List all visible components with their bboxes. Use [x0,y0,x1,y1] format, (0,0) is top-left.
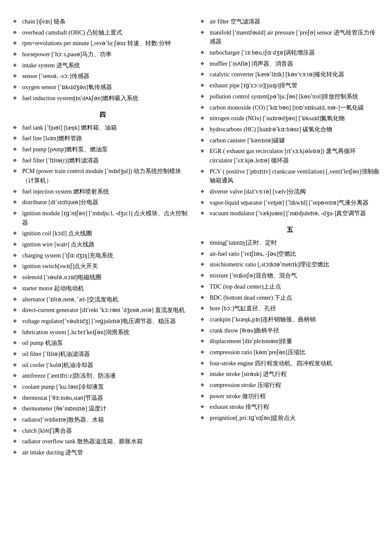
left-sec4-list: fuel tank [ˈfjuəl] [tæŋk] 燃料箱、油箱fuel lin… [13,123,192,457]
list-item: exhaust pipe [ɪɡˈzɔːst][paɪp]排气管 [200,81,379,90]
list-item: PCM (power train control module [ˈmɒdʒul… [13,167,192,185]
list-item: charging system [ˈtʃɑːdʒɪŋ]充电系统 [13,251,192,260]
list-item: thermostat [ˈθɜːməuˌstæt]节温器 [13,393,192,403]
list-item: voltage regulator[ˈvəultɪdʒ] [ˈreɡjuleɪt… [13,317,192,326]
list-item: oil filter [ˈfɪltə]机油滤清器 [13,350,192,359]
list-item: horsepower [ˈhɔːs,pauə]马力、功率 [13,50,192,59]
list-item: muffler [ˈmʌflə] 消声器、消音器 [200,59,379,69]
section5-heading: 五 [200,226,379,234]
list-item: coolant pump [ˈkuːlənt]冷却液泵 [13,382,192,392]
list-item: air filter 空气滤清器 [200,17,379,26]
list-item: manifold [ˈmænɪfəuld] air pressure [ˈpre… [200,28,379,46]
list-item: radiator[ˈreɪdieɪtə]散热器、水箱 [13,415,192,425]
list-item: catalytic converter [kætəˈlɪtɪk] [kənˈvɜ… [200,70,379,79]
list-item: compression ratio [kəmˈpreʃən]压缩比 [200,348,379,357]
list-item: BDC (bottom dead center) 下止点 [200,293,379,303]
list-item: bore [bɔː]气缸直径、孔径 [200,304,379,313]
list-item: ignition coil [kɔɪl] 点火线圈 [13,229,192,238]
page-layout: chain [tʃeɪn] 链条overhead camshaft (OHC) … [13,17,379,462]
list-item: carbon monoxide (CO) [ˈkɑːbən] [mɒˈnɒksa… [200,103,379,113]
list-item: vacuum modulator [ˈvækjuəm] [ˈmɒdjuleɪtə… [200,209,379,218]
list-item: displacement [dɪsˈpleɪsmənt]排量 [200,337,379,346]
list-item: diverter valve [daɪˈvɜːtə] [vælv]分流阀 [200,187,379,197]
list-item: fuel injection system 燃料喷射系统 [13,187,192,197]
list-item: PCV ( positive [ˈpɒzɪtɪv] crankcase vent… [200,167,379,185]
list-item: fuel filter [ˈfɪltə(r)]燃料滤清器 [13,156,192,165]
list-item: EGR ( exhaust gas recirculator [rɪˈsɜːkj… [200,147,379,165]
list-item: TDC (top dead center)上止点 [200,282,379,292]
list-item: direct-current generator [dɪˈrekt ˈkɔːrə… [13,306,192,315]
right-top-list: air filter 空气滤清器manifold [ˈmænɪfəuld] ai… [200,17,379,218]
list-item: stoichiometric ratio [ˌstɔɪkɪəˈmetrɪk]理论… [200,260,379,269]
list-item: four-stroke engine 四行程发动机、四冲程发动机 [200,359,379,368]
list-item: crankpin [ˈkræŋk,pɪn]连杆销轴颈、曲柄销 [200,315,379,324]
left-column: chain [tʃeɪn] 链条overhead camshaft (OHC) … [13,17,192,462]
list-item: fuel line [laɪm]燃料管路 [13,134,192,143]
list-item: hydrocarbons (HC) [haɪdrəˈkɑːbənz] 碳氢化合物 [200,125,379,134]
list-item: chain [tʃeɪn] 链条 [13,17,192,26]
list-item: exhaust stroke 排气行程 [200,402,379,412]
list-item: air intake ducting 进气管 [13,448,192,457]
list-item: mixture [ˈmɪkstʃə]混合物、混合气 [200,271,379,280]
list-item: ignition module [ɪɡˈnɪʃən] [ˈmɒdjuːl, -d… [13,209,192,227]
list-item: overhead camshaft (OHC) 凸轮轴上置式 [13,28,192,38]
list-item: power stroke 做功行程 [200,392,379,401]
list-item: sensor [ˈsensə, -sɔː]传感器 [13,72,192,81]
list-item: carbon canister [ˈkænɪstə]碳罐 [200,136,379,145]
list-item: fuel pump [pʌmp]燃料泵、燃油泵 [13,145,192,154]
list-item: vapor-liquid separator [ˈveɪpə] [ˈlɪkwɪd… [200,198,379,208]
list-item: antifreeze [ˈæntɪfriːz]防冻剂、防冻液 [13,371,192,381]
list-item: alternator [ˈɒltə‚netə, ˈæl-]交流发电机 [13,295,192,304]
list-item: distributor [dɪˈstrɪbjutə]分电器 [13,198,192,207]
list-item: ignition switch[swɪtʃ]点火开关 [13,262,192,271]
list-item: preignition[ˌpriːɪɡˈnɪʃən]提前点火 [200,413,379,423]
list-item: oxygen sensor [ˈɒksɪdʒən]氧传感器 [13,83,192,92]
list-item: solenoid [ˈsəulə‚nɔɪd]电磁线圈 [13,273,192,282]
list-item: radiator overflow tank 散热器溢流箱、膨胀水箱 [13,437,192,446]
right-sec5-list: timing[ˈtaɪmɪŋ]正时、定时air-fuel ratio [ˈreɪ… [200,238,379,423]
list-item: thermometer [θəˈmɒmɪtə] 温度计 [13,404,192,413]
section4-heading: 四 [13,111,192,119]
list-item: intake stroke [strəuk] 进气行程 [200,370,379,379]
list-item: nitrogen oxide (NOx) [ˈnaɪtrədʒən] [ˈɒks… [200,114,379,123]
list-item: oil cooler [ˈkulə]机油冷却器 [13,361,192,370]
right-column: air filter 空气滤清器manifold [ˈmænɪfəuld] ai… [200,17,379,462]
list-item: intake system 进气系统 [13,61,192,70]
list-item: pollution control system[pəˈljuːʃən] [kə… [200,92,379,101]
list-item: timing[ˈtaɪmɪŋ]正时、定时 [200,238,379,248]
list-item: fuel induction system[ɪnˈdʌkʃən]燃料吸入系统 [13,94,192,103]
left-top-list: chain [tʃeɪn] 链条overhead camshaft (OHC) … [13,17,192,103]
list-item: turbocharger [ˈtɜːbəu,tʃɑːdʒə]涡轮增压器 [200,48,379,58]
list-item: oil pump 机油泵 [13,338,192,348]
list-item: ignition wire [waɪr] 点火线路 [13,240,192,249]
list-item: fuel tank [ˈfjuəl] [tæŋk] 燃料箱、油箱 [13,123,192,133]
list-item: clutch [klʌtʃ]离合器 [13,426,192,436]
list-item: crank throw [θrəu]曲柄半径 [200,326,379,335]
list-item: rpm=revolutions per minute [ˌrevəˈluːʃən… [13,39,192,48]
list-item: air-fuel ratio [ˈreɪʃɪəu, -ʃəu]空燃比 [200,249,379,259]
list-item: starter motor 起动电动机 [13,284,192,293]
list-item: lubrication system [ˌluːbrɪˈkeɪʃən]润滑系统 [13,328,192,337]
list-item: compression stroke 压缩行程 [200,381,379,390]
